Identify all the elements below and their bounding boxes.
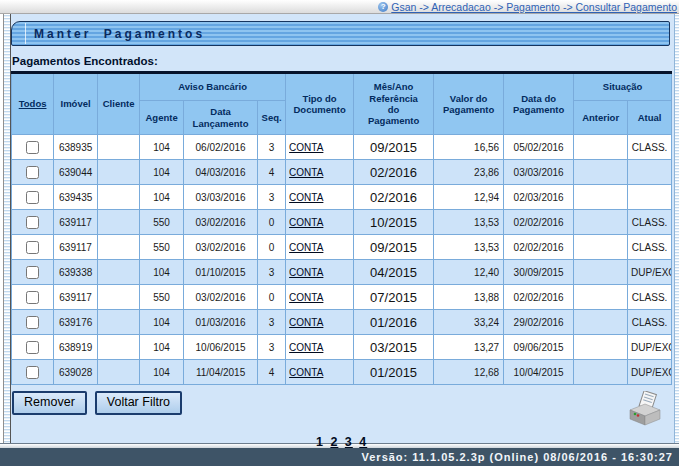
document-type-link[interactable]: CONTA bbox=[289, 342, 323, 353]
cell-data-lancamento: 03/02/2016 bbox=[184, 285, 258, 310]
cell-data-pagamento: 02/02/2016 bbox=[504, 285, 574, 310]
cell-mes-ano-referencia: 02/2016 bbox=[354, 160, 434, 185]
cell-cliente bbox=[98, 360, 140, 385]
cell-valor-pagamento: 12,68 bbox=[434, 360, 504, 385]
col-header-mes-ano: Mês/Ano Referência do Pagamento bbox=[354, 73, 434, 135]
cell-data-lancamento: 01/10/2015 bbox=[184, 260, 258, 285]
select-all-link[interactable]: Todos bbox=[19, 98, 47, 109]
cell-valor-pagamento: 13,88 bbox=[434, 285, 504, 310]
document-type-link[interactable]: CONTA bbox=[289, 367, 323, 378]
row-select-cell bbox=[12, 335, 54, 360]
cell-situacao-atual: CLASS. bbox=[628, 285, 672, 310]
col-header-todos: Todos bbox=[12, 73, 54, 135]
cell-situacao-atual: DUP/EXC bbox=[628, 260, 672, 285]
document-type-link[interactable]: CONTA bbox=[289, 167, 323, 178]
cell-agente: 104 bbox=[140, 185, 184, 210]
row-select-cell bbox=[12, 285, 54, 310]
document-type-link[interactable]: CONTA bbox=[289, 242, 323, 253]
page-link-3[interactable]: 3 bbox=[345, 435, 353, 449]
row-checkbox[interactable] bbox=[26, 241, 39, 254]
cell-situacao-atual: CLASS. bbox=[628, 235, 672, 260]
document-type-link[interactable]: CONTA bbox=[289, 192, 323, 203]
cell-seq: 0 bbox=[258, 210, 286, 235]
table-row: 63902810411/04/20154CONTA01/201512,6810/… bbox=[12, 360, 672, 385]
cell-tipo-documento: CONTA bbox=[286, 260, 354, 285]
cell-situacao-atual bbox=[628, 185, 672, 210]
cell-data-lancamento: 01/03/2016 bbox=[184, 310, 258, 335]
cell-situacao-anterior bbox=[574, 310, 628, 335]
pagination: 1 2 3 4 bbox=[11, 435, 672, 449]
cell-cliente bbox=[98, 260, 140, 285]
cell-situacao-atual: DUP/EXC bbox=[628, 335, 672, 360]
cell-data-pagamento: 10/04/2015 bbox=[504, 360, 574, 385]
cell-data-lancamento: 03/03/2016 bbox=[184, 185, 258, 210]
row-select-cell bbox=[12, 160, 54, 185]
row-checkbox[interactable] bbox=[26, 366, 39, 379]
cell-valor-pagamento: 13,53 bbox=[434, 210, 504, 235]
table-row: 63904410404/03/20164CONTA02/201623,8603/… bbox=[12, 160, 672, 185]
cell-situacao-anterior bbox=[574, 160, 628, 185]
cell-agente: 104 bbox=[140, 135, 184, 160]
cell-seq: 4 bbox=[258, 360, 286, 385]
cell-tipo-documento: CONTA bbox=[286, 160, 354, 185]
page-current: 1 bbox=[316, 435, 324, 449]
cell-imovel: 639028 bbox=[54, 360, 98, 385]
cell-valor-pagamento: 13,53 bbox=[434, 235, 504, 260]
cell-seq: 3 bbox=[258, 185, 286, 210]
col-header-anterior: Anterior bbox=[574, 101, 628, 135]
cell-data-pagamento: 02/02/2016 bbox=[504, 210, 574, 235]
table-row: 63917610401/03/20163CONTA01/201633,2429/… bbox=[12, 310, 672, 335]
remover-button[interactable]: Remover bbox=[12, 391, 87, 415]
cell-data-lancamento: 06/02/2016 bbox=[184, 135, 258, 160]
breadcrumb[interactable]: Gsan -> Arrecadacao -> Pagamento -> Cons… bbox=[391, 1, 677, 13]
cell-data-lancamento: 03/02/2016 bbox=[184, 235, 258, 260]
page-link-2[interactable]: 2 bbox=[330, 435, 338, 449]
table-row: 63933810401/10/20153CONTA04/201512,4030/… bbox=[12, 260, 672, 285]
row-checkbox[interactable] bbox=[26, 216, 39, 229]
cell-data-pagamento: 30/09/2015 bbox=[504, 260, 574, 285]
cell-data-pagamento: 02/02/2016 bbox=[504, 235, 574, 260]
cell-cliente bbox=[98, 210, 140, 235]
cell-agente: 550 bbox=[140, 285, 184, 310]
col-header-data-pagamento: Data do Pagamento bbox=[504, 73, 574, 135]
cell-valor-pagamento: 23,86 bbox=[434, 160, 504, 185]
row-checkbox[interactable] bbox=[26, 291, 39, 304]
document-type-link[interactable]: CONTA bbox=[289, 317, 323, 328]
cell-imovel: 639117 bbox=[54, 235, 98, 260]
document-type-link[interactable]: CONTA bbox=[289, 142, 323, 153]
cell-cliente bbox=[98, 235, 140, 260]
row-select-cell bbox=[12, 210, 54, 235]
cell-seq: 0 bbox=[258, 285, 286, 310]
document-type-link[interactable]: CONTA bbox=[289, 267, 323, 278]
cell-imovel: 639176 bbox=[54, 310, 98, 335]
cell-imovel: 639117 bbox=[54, 210, 98, 235]
voltar-filtro-button[interactable]: Voltar Filtro bbox=[95, 391, 182, 415]
cell-seq: 4 bbox=[258, 160, 286, 185]
cell-mes-ano-referencia: 04/2015 bbox=[354, 260, 434, 285]
row-checkbox[interactable] bbox=[26, 341, 39, 354]
cell-tipo-documento: CONTA bbox=[286, 335, 354, 360]
cell-data-lancamento: 04/03/2016 bbox=[184, 160, 258, 185]
row-checkbox[interactable] bbox=[26, 316, 39, 329]
help-icon[interactable]: ? bbox=[378, 2, 388, 12]
cell-valor-pagamento: 16,56 bbox=[434, 135, 504, 160]
row-checkbox[interactable] bbox=[26, 191, 39, 204]
cell-seq: 0 bbox=[258, 235, 286, 260]
cell-tipo-documento: CONTA bbox=[286, 235, 354, 260]
row-checkbox[interactable] bbox=[26, 141, 39, 154]
cell-seq: 3 bbox=[258, 135, 286, 160]
row-checkbox[interactable] bbox=[26, 266, 39, 279]
printer-icon[interactable] bbox=[626, 391, 664, 427]
document-type-link[interactable]: CONTA bbox=[289, 217, 323, 228]
cell-tipo-documento: CONTA bbox=[286, 310, 354, 335]
page-link-4[interactable]: 4 bbox=[359, 435, 367, 449]
cell-situacao-anterior bbox=[574, 135, 628, 160]
cell-data-lancamento: 11/04/2015 bbox=[184, 360, 258, 385]
cell-valor-pagamento: 13,27 bbox=[434, 335, 504, 360]
row-checkbox[interactable] bbox=[26, 166, 39, 179]
left-striped-border bbox=[0, 14, 11, 443]
document-type-link[interactable]: CONTA bbox=[289, 292, 323, 303]
col-header-cliente: Cliente bbox=[98, 73, 140, 135]
cell-valor-pagamento: 12,94 bbox=[434, 185, 504, 210]
cell-seq: 3 bbox=[258, 260, 286, 285]
